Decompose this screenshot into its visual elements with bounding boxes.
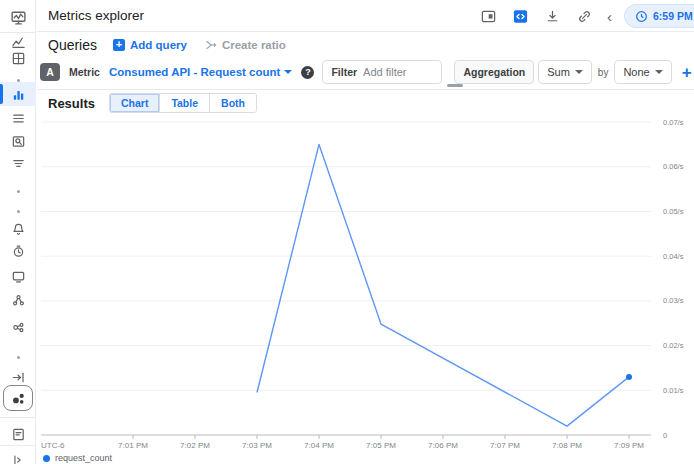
y-tick-label: 0.07/s [663, 118, 684, 127]
series-end-marker [626, 374, 632, 380]
filter-lines-icon [11, 156, 26, 171]
queries-section-header: Queries + Add query Create ratio [37, 32, 694, 58]
x-tick-label: 7:04 PM [304, 441, 334, 450]
sidebar-divider [0, 32, 36, 33]
filter-label: Filter [331, 66, 357, 78]
tab-both[interactable]: Both [209, 94, 256, 112]
x-tick-label: 7:05 PM [366, 441, 396, 450]
sidebar-item-collapse-sidebar[interactable] [0, 449, 36, 464]
share-link-button[interactable] [573, 5, 595, 27]
create-ratio-button[interactable]: Create ratio [205, 39, 286, 51]
metrics-explorer-icon [11, 87, 26, 102]
metric-label: Metric [69, 66, 100, 78]
add-box-icon: + [113, 39, 125, 51]
header: Metrics explorer ‹ 6:59 PM - 7:0 [37, 0, 694, 32]
sidebar-item-nav-alerting[interactable] [0, 218, 36, 240]
by-label: by [598, 67, 609, 78]
add-query-button[interactable]: + Add query [113, 39, 187, 51]
dot-icon [17, 356, 20, 359]
filter-placeholder: Add filter [363, 66, 406, 78]
sidebar-item-nav-metrics-management[interactable] [0, 130, 36, 152]
sidebar-item-nav-products[interactable] [0, 384, 36, 412]
y-tick-label: 0.01/s [663, 386, 684, 395]
merge-icon [205, 39, 217, 51]
add-to-dashboard-icon [480, 8, 497, 25]
y-tick-label: 0.05/s [663, 207, 684, 216]
aggregation-label: Aggregation [454, 60, 534, 84]
y-tick-label: 0.02/s [663, 341, 684, 350]
header-toolbar: ‹ 6:59 PM - 7:0 [477, 0, 694, 32]
query-letter-badge: A [40, 63, 60, 81]
x-tick-label: 7:09 PM [614, 441, 644, 450]
aggregation-select[interactable]: Sum [538, 60, 592, 84]
sidebar-item-monitoring-logo[interactable] [0, 6, 36, 28]
y-tick-label: 0 [663, 431, 667, 440]
section-divider [37, 89, 694, 90]
x-tick-label: 7:08 PM [552, 441, 582, 450]
x-tick-label: 7:02 PM [180, 441, 210, 450]
code-editor-icon [512, 8, 529, 25]
filter-input[interactable]: Filter Add filter [322, 60, 442, 84]
utc-label: UTC-6 [41, 441, 65, 450]
legend-item-request-count[interactable]: request_count [43, 453, 112, 463]
time-range-selector[interactable]: 6:59 PM - 7:0 [624, 4, 694, 28]
help-icon[interactable]: ? [301, 66, 314, 79]
chevron-left-icon[interactable]: ‹ [605, 9, 614, 24]
chevron-down-icon [575, 70, 583, 74]
note-icon [11, 427, 26, 442]
sidebar [0, 0, 36, 464]
dashboards-icon [11, 51, 26, 66]
nodes-icon [11, 293, 26, 308]
chevron-down-icon [284, 70, 292, 74]
dot-icon [17, 190, 20, 193]
sidebar-item-nav-dot-4[interactable] [0, 346, 36, 368]
sidebar-item-nav-groups[interactable] [0, 289, 36, 311]
download-button[interactable] [541, 5, 563, 27]
collapse-icon [11, 453, 25, 464]
x-tick-label: 7:03 PM [242, 441, 272, 450]
sidebar-item-nav-trace[interactable] [0, 152, 36, 174]
sidebar-item-nav-dashboards[interactable] [0, 47, 36, 69]
sidebar-item-nav-dot-2[interactable] [0, 180, 36, 202]
download-icon [544, 8, 561, 25]
arrow-in-icon [11, 370, 26, 385]
x-tick-label: 7:07 PM [490, 441, 520, 450]
chart-svg: 0.07/s0.06/s0.05/s0.04/s0.03/s0.02/s0.01… [37, 113, 694, 464]
metric-select[interactable]: Consumed API - Request count [109, 66, 292, 78]
sidebar-divider [0, 445, 36, 446]
uptime-icon [11, 244, 26, 259]
sidebar-item-nav-dashboards-screen[interactable] [0, 265, 36, 287]
sidebar-item-nav-services[interactable] [0, 107, 36, 129]
legend-dot-icon [43, 455, 50, 462]
tab-table[interactable]: Table [159, 94, 209, 112]
y-tick-label: 0.04/s [663, 252, 684, 261]
save-to-dashboard-button[interactable] [477, 5, 499, 27]
focus-ring [3, 385, 33, 411]
chevron-down-icon [655, 70, 663, 74]
cluster-icon [11, 320, 26, 335]
query-editor-button[interactable] [509, 5, 531, 27]
sidebar-item-nav-metrics-explorer[interactable] [0, 82, 36, 106]
link-icon [576, 8, 593, 25]
sidebar-item-nav-uptime-checks[interactable] [0, 240, 36, 262]
clock-icon [635, 10, 648, 23]
sidebar-item-nav-integrations[interactable] [0, 316, 36, 338]
results-header: Results ChartTableBoth [37, 92, 694, 114]
services-icon [11, 111, 26, 126]
query-builder-row: A Metric Consumed API - Request count ? … [37, 57, 694, 87]
tab-chart[interactable]: Chart [110, 94, 159, 112]
screen-icon [11, 269, 26, 284]
log-search-icon [11, 134, 26, 149]
horizontal-scrollbar-thumb[interactable] [447, 84, 463, 87]
main-panel: Metrics explorer ‹ 6:59 PM - 7:0 Queries… [37, 0, 694, 464]
bell-icon [11, 222, 26, 237]
sidebar-divider [0, 417, 36, 418]
group-by-select[interactable]: None [614, 60, 671, 84]
chart-area[interactable]: 0.07/s0.06/s0.05/s0.04/s0.03/s0.02/s0.01… [37, 113, 694, 464]
sidebar-item-nav-release-notes[interactable] [0, 423, 36, 445]
y-tick-label: 0.03/s [663, 296, 684, 305]
results-title: Results [48, 96, 95, 111]
add-aggregation-button[interactable]: + [682, 64, 692, 81]
queries-title: Queries [48, 37, 97, 53]
x-tick-label: 7:06 PM [428, 441, 458, 450]
